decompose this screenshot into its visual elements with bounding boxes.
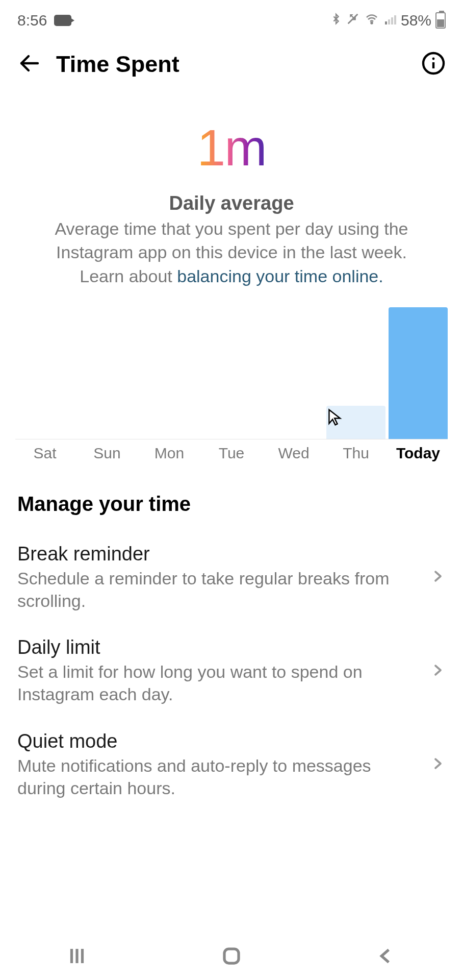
page-title: Time Spent (56, 51, 407, 78)
chevron-right-icon (430, 756, 446, 773)
chart-label: Tue (202, 445, 261, 462)
recents-button[interactable] (66, 945, 88, 969)
settings-item[interactable]: Daily limitSet a limit for how long you … (0, 624, 463, 718)
signal-icon (383, 12, 397, 29)
info-button[interactable] (421, 51, 446, 78)
learn-line: Learn about balancing your time online. (20, 266, 443, 286)
settings-item-sub: Mute notifications and auto-reply to mes… (17, 754, 420, 799)
svg-rect-4 (391, 17, 393, 24)
manage-section-title: Manage your time (0, 462, 463, 531)
settings-item[interactable]: Quiet modeMute notifications and auto-re… (0, 718, 463, 812)
status-bar: 8:56 58% (0, 0, 463, 41)
back-button[interactable] (17, 51, 42, 78)
settings-item-title: Daily limit (17, 636, 420, 658)
svg-rect-13 (224, 949, 239, 963)
home-button[interactable] (221, 945, 242, 969)
chart-bar[interactable] (389, 307, 448, 439)
learn-link[interactable]: balancing your time online. (177, 266, 383, 286)
chevron-right-icon (430, 569, 446, 586)
bluetooth-icon (330, 12, 342, 30)
settings-item-title: Break reminder (17, 543, 420, 565)
chart-label: Wed (264, 445, 323, 462)
camera-icon (54, 15, 71, 26)
vibrate-icon (346, 12, 360, 30)
chart-label: Sat (15, 445, 74, 462)
summary-section: 1m Daily average Average time that you s… (0, 98, 463, 291)
daily-average-label: Daily average (20, 192, 443, 214)
chart-label: Sun (78, 445, 137, 462)
chart-label: Thu (326, 445, 385, 462)
svg-point-9 (432, 58, 435, 60)
svg-line-0 (348, 14, 358, 23)
daily-average-value: 1m (197, 118, 266, 177)
chart-bar[interactable] (326, 406, 385, 439)
svg-rect-2 (385, 21, 387, 24)
battery-icon (435, 12, 446, 29)
settings-item-title: Quiet mode (17, 730, 420, 752)
settings-item-sub: Set a limit for how long you want to spe… (17, 660, 420, 705)
chart-label: Mon (140, 445, 199, 462)
battery-text: 58% (401, 12, 431, 29)
daily-average-description: Average time that you spent per day usin… (20, 217, 443, 264)
chevron-right-icon (430, 663, 446, 680)
status-time: 8:56 (17, 12, 47, 29)
header: Time Spent (0, 41, 463, 98)
sysback-button[interactable] (375, 945, 397, 969)
chart-label: Today (389, 445, 448, 462)
weekly-chart: SatSunMonTueWedThuToday (0, 291, 463, 462)
wifi-icon (364, 12, 379, 29)
settings-item-sub: Schedule a reminder to take regular brea… (17, 567, 420, 612)
settings-item[interactable]: Break reminderSchedule a reminder to tak… (0, 531, 463, 624)
learn-prefix: Learn about (80, 266, 177, 286)
svg-point-1 (371, 22, 372, 24)
svg-rect-3 (388, 19, 390, 24)
svg-rect-5 (394, 15, 396, 24)
system-nav-bar (0, 934, 463, 980)
